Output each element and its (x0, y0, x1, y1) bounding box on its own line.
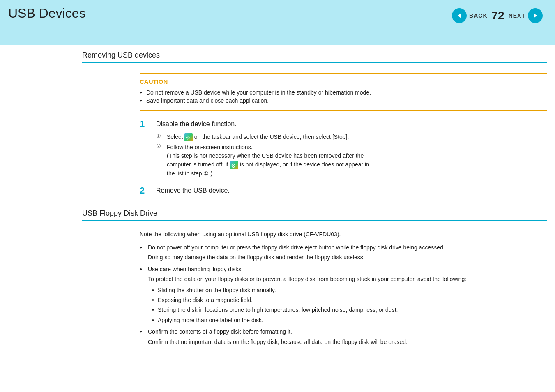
substep-1-1-text: Select on the taskbar and select the USB… (167, 133, 349, 141)
floppy-intro: Note the following when using an optiona… (140, 230, 547, 239)
floppy-list: Do not power off your computer or press … (140, 243, 547, 346)
floppy-item-1-continuation: Doing so may damage the data on the flop… (148, 253, 547, 262)
floppy-subitem-1: Sliding the shutter on the floppy disk m… (152, 286, 547, 295)
step-1-details: ① Select on the taskbar and select the U… (156, 133, 547, 178)
steps-container: 1 Disable the device function. ① Select … (140, 119, 547, 196)
substep-1-1-number: ① (156, 133, 164, 139)
usb-icon-2 (230, 161, 238, 169)
floppy-item-2-continuation: To protect the data on your floppy disks… (148, 274, 547, 284)
next-button[interactable] (528, 8, 543, 23)
caution-item: Do not remove a USB device while your co… (140, 89, 547, 96)
step-1-title: Disable the device function. (156, 119, 237, 128)
back-label: BACK (469, 12, 487, 19)
substep-1-2-text: Follow the on-screen instructions. (This… (167, 143, 369, 178)
substep-1-2: ② Follow the on-screen instructions. (Th… (156, 143, 547, 178)
step-1-number: 1 (140, 119, 150, 129)
next-label: NEXT (509, 12, 525, 19)
floppy-item-2: Use care when handling floppy disks. To … (140, 265, 547, 325)
substep-1-2-number: ② (156, 143, 164, 149)
svg-marker-0 (458, 13, 461, 18)
step-1-header: 1 Disable the device function. (140, 119, 547, 129)
page-number: 72 (492, 9, 504, 22)
step-2-number: 2 (140, 185, 150, 196)
step-2-title: Remove the USB device. (156, 185, 230, 194)
substep-1-1: ① Select on the taskbar and select the U… (156, 133, 547, 141)
main-content: Removing USB devices CAUTION Do not remo… (0, 45, 555, 361)
caution-list: Do not remove a USB device while your co… (140, 89, 547, 104)
floppy-subitem-2: Exposing the disk to a magnetic field. (152, 295, 547, 304)
floppy-subitems: Sliding the shutter on the floppy disk m… (152, 286, 547, 325)
floppy-item-3: Confirm the contents of a floppy disk be… (140, 327, 547, 346)
step-1: 1 Disable the device function. ① Select … (140, 119, 547, 178)
floppy-item-1: Do not power off your computer or press … (140, 243, 547, 262)
floppy-subitem-4: Applying more than one label on the disk… (152, 316, 547, 325)
step-2-header: 2 Remove the USB device. (140, 185, 547, 196)
back-button[interactable] (452, 8, 467, 23)
usb-icon-1 (184, 133, 193, 141)
usb-floppy-heading: USB Floppy Disk Drive (82, 203, 547, 221)
svg-marker-1 (534, 13, 537, 18)
navigation-controls: BACK 72 NEXT (452, 8, 543, 23)
caution-box: CAUTION Do not remove a USB device while… (140, 73, 547, 111)
floppy-item-3-continuation: Confirm that no important data is on the… (148, 337, 547, 346)
caution-title: CAUTION (140, 78, 547, 85)
floppy-subitem-3: Storing the disk in locations prone to h… (152, 305, 547, 314)
removing-usb-heading: Removing USB devices (82, 45, 547, 63)
floppy-content: Note the following when using an optiona… (140, 230, 547, 346)
caution-item: Save important data and close each appli… (140, 97, 547, 104)
page-header: USB Devices BACK 72 NEXT (0, 0, 555, 45)
step-2: 2 Remove the USB device. (140, 185, 547, 196)
